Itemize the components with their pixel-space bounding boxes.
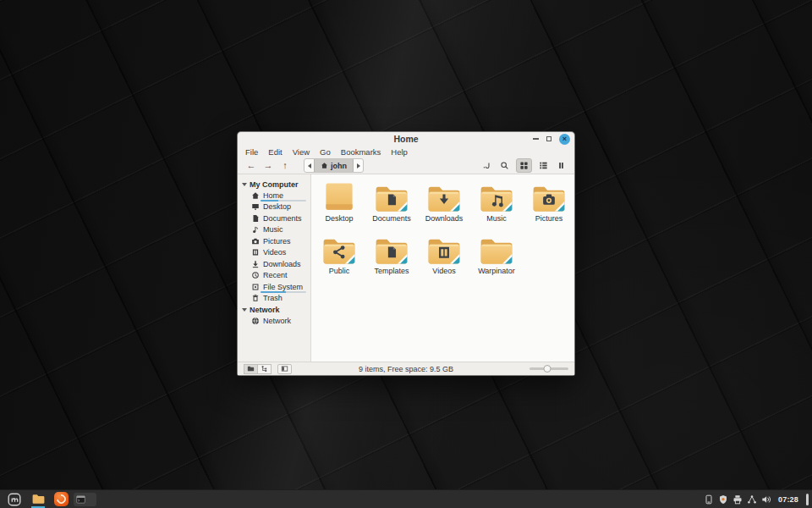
- forward-button[interactable]: →: [261, 160, 275, 172]
- sidebar-item-icon: [251, 214, 260, 223]
- sidebar-item-desktop[interactable]: Desktop: [238, 202, 310, 213]
- Music[interactable]: Music: [470, 179, 523, 231]
- menu-item[interactable]: File: [240, 147, 263, 157]
- Public[interactable]: Public: [313, 231, 365, 284]
- sidebar-item-icon: [251, 225, 260, 234]
- sidebar-item-downloads[interactable]: Downloads: [238, 258, 310, 270]
- firefox-launcher[interactable]: [51, 490, 71, 508]
- sidebar-item-videos[interactable]: Videos: [238, 247, 310, 259]
- mint-logo-icon: [8, 493, 21, 506]
- home-icon: [321, 162, 328, 169]
- file-view[interactable]: Desktop Documents: [311, 174, 574, 362]
- search-icon: [500, 161, 509, 170]
- statusbar: 9 items, Free space: 9.5 GB: [238, 362, 574, 375]
- network-tray-icon[interactable]: [747, 494, 757, 505]
- window-titlebar[interactable]: Home ×: [238, 132, 574, 146]
- edit-location-icon: [482, 161, 491, 170]
- sidebar-item-icon: [251, 294, 260, 302]
- Desktop[interactable]: Desktop: [313, 179, 365, 231]
- sidebar-item-home[interactable]: Home: [238, 190, 310, 202]
- back-button[interactable]: ←: [244, 160, 258, 172]
- sidebar-item-pictures[interactable]: Pictures: [238, 235, 310, 247]
- window-controls: ×: [533, 132, 570, 146]
- toolbar-right-group: [480, 158, 568, 173]
- places-sidebar: My Computer Home Desktop: [238, 174, 311, 362]
- file-name-label: Music: [486, 214, 507, 223]
- close-button[interactable]: ×: [559, 134, 570, 145]
- menu-item[interactable]: Go: [315, 147, 336, 157]
- menu-item[interactable]: View: [288, 147, 315, 157]
- menu-item[interactable]: Bookmarks: [336, 147, 387, 157]
- menu-item[interactable]: Help: [386, 147, 413, 157]
- report-tray-icon[interactable]: [704, 494, 714, 505]
- sidebar-item-icon: [251, 237, 260, 246]
- path-scroll-left-icon[interactable]: [304, 159, 314, 172]
- expander-icon[interactable]: [242, 183, 247, 186]
- mint-menu-button[interactable]: [3, 490, 25, 508]
- path-segment-home[interactable]: john: [314, 159, 354, 172]
- compact-view-button[interactable]: [555, 159, 568, 172]
- path-bar: john: [304, 158, 364, 173]
- folder-icon: [31, 492, 46, 506]
- sidebar-item-icon: [251, 317, 260, 325]
- terminal-window-button[interactable]: [74, 493, 96, 506]
- sidebar-section-network[interactable]: Network: [238, 304, 310, 315]
- menu-item[interactable]: Edit: [263, 147, 287, 157]
- folder-icon: [425, 235, 463, 266]
- sidebar-item-trash[interactable]: Trash: [238, 293, 310, 305]
- file-grid: Desktop Documents: [311, 174, 574, 284]
- menubar: FileEditViewGoBookmarksHelp: [238, 146, 574, 157]
- zoom-slider-handle[interactable]: [543, 365, 551, 373]
- Videos[interactable]: Videos: [418, 231, 470, 284]
- sidebar-item-filesystem[interactable]: File System: [238, 281, 310, 293]
- sidebar-item-icon: [251, 260, 260, 268]
- status-text: 9 items, Free space: 9.5 GB: [238, 365, 574, 373]
- sidebar-item-network[interactable]: Network: [238, 315, 310, 327]
- file-manager-launcher[interactable]: [28, 490, 48, 508]
- up-button[interactable]: ↑: [278, 160, 292, 172]
- compact-view-icon: [557, 161, 566, 170]
- minimize-button[interactable]: [533, 138, 539, 140]
- sidebar-item-icon: [251, 191, 260, 200]
- emblem-icon: [388, 246, 396, 257]
- file-name-label: Downloads: [425, 214, 464, 223]
- sidebar-item-icon: [251, 271, 260, 279]
- Templates[interactable]: Templates: [365, 231, 418, 284]
- icon-view-button[interactable]: [516, 158, 532, 173]
- sidebar-item-icon: [251, 283, 260, 291]
- maximize-button[interactable]: [546, 136, 551, 141]
- emblem-icon: [439, 247, 449, 258]
- file-name-label: Videos: [432, 267, 455, 275]
- search-button[interactable]: [498, 159, 511, 172]
- show-desktop-button[interactable]: [806, 494, 809, 505]
- sidebar-item-recent[interactable]: Recent: [238, 270, 310, 282]
- printer-tray-icon[interactable]: [732, 494, 743, 505]
- file-name-label: Templates: [374, 267, 409, 275]
- system-tray: 07:28: [704, 494, 809, 505]
- expander-icon[interactable]: [242, 308, 247, 312]
- file-name-label: Desktop: [325, 214, 353, 223]
- list-view-button[interactable]: [537, 159, 550, 172]
- folder-icon: [478, 235, 515, 266]
- sidebar-item-documents[interactable]: Documents: [238, 213, 310, 224]
- window-title: Home: [393, 134, 418, 144]
- file-name-label: Pictures: [535, 214, 563, 223]
- file-name-label: Public: [329, 267, 350, 275]
- Documents[interactable]: Documents: [365, 179, 418, 231]
- firefox-icon: [54, 492, 69, 506]
- folder-icon: [321, 235, 358, 266]
- update-shield-tray-icon[interactable]: [718, 494, 728, 505]
- path-scroll-right-icon[interactable]: [354, 159, 363, 172]
- taskbar: 07:28: [0, 489, 812, 508]
- Downloads[interactable]: Downloads: [418, 179, 470, 231]
- folder-icon: [478, 182, 515, 213]
- sidebar-item-music[interactable]: Music: [238, 224, 310, 236]
- clock[interactable]: 07:28: [778, 495, 798, 504]
- volume-tray-icon[interactable]: [761, 494, 771, 505]
- Pictures[interactable]: Pictures: [523, 179, 575, 231]
- folder-icon: [321, 182, 358, 213]
- edit-location-button[interactable]: [480, 159, 493, 172]
- Warpinator[interactable]: Warpinator: [470, 231, 523, 284]
- zoom-slider[interactable]: [529, 365, 568, 373]
- sidebar-section-my-computer[interactable]: My Computer: [238, 179, 310, 190]
